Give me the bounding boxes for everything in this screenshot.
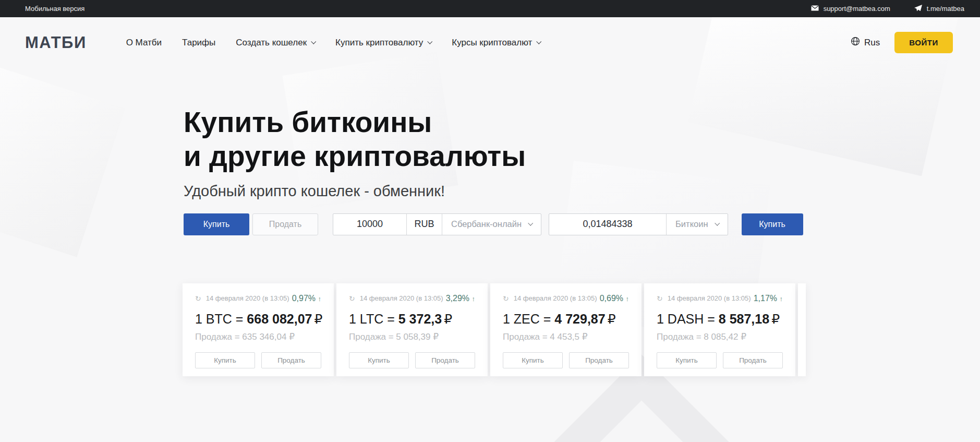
language-selector[interactable]: Rus [851, 37, 880, 49]
sell-rate: Продажа = 5 058,39 ₽ [349, 331, 475, 342]
card-sell-button[interactable]: Продать [415, 352, 475, 368]
rate-change: 0,69% ↑ [600, 294, 629, 303]
card-buy-button[interactable]: Купить [349, 352, 409, 368]
card-header: ↻ 14 февраля 2020 (в 13:05) 1,17% ↑ [657, 294, 783, 303]
exchange-form: Купить Продать RUB Сбербанк-онлайн Битко… [184, 213, 980, 235]
telegram-icon [914, 5, 922, 13]
rate-change: 1,17% ↑ [754, 294, 783, 303]
card-header: ↻ 14 февраля 2020 (в 13:05) 3,29% ↑ [349, 294, 475, 303]
card-sell-button[interactable]: Продать [261, 352, 321, 368]
nav-label: Тарифы [182, 38, 215, 48]
rate-card-btc: ↻ 14 февраля 2020 (в 13:05) 0,97% ↑ 1 BT… [183, 283, 334, 376]
topbar: Мобильная версия support@matbea.com t.me… [0, 0, 980, 17]
amount-segment [333, 214, 406, 235]
nav-label: Создать кошелек [236, 38, 307, 48]
submit-buy-button[interactable]: Купить [742, 213, 803, 235]
title-line-2: и другие криптовалюты [184, 140, 526, 172]
card-sell-button[interactable]: Продать [723, 352, 783, 368]
crypto-currency-value: Биткоин [675, 219, 708, 229]
buy-tab[interactable]: Купить [184, 213, 249, 235]
rate-date: 14 февраля 2020 (в 13:05) [668, 294, 751, 302]
refresh-icon[interactable]: ↻ [503, 295, 509, 302]
payment-method-value: Сбербанк-онлайн [451, 219, 522, 229]
sell-tab[interactable]: Продать [252, 213, 318, 235]
telegram-text: t.me/matbea [927, 5, 964, 13]
nav-label: О Матби [126, 38, 162, 48]
card-actions: Купить Продать [657, 352, 783, 368]
chevron-down-icon [428, 39, 433, 44]
globe-icon [851, 37, 860, 49]
telegram-link[interactable]: t.me/matbea [914, 5, 964, 13]
exchange-rate: 1 ZEC = 4 729,87₽ [503, 312, 629, 327]
rate-date: 14 февраля 2020 (в 13:05) [360, 294, 443, 302]
rate-card-partial [798, 283, 806, 376]
card-header: ↻ 14 февраля 2020 (в 13:05) 0,69% ↑ [503, 294, 629, 303]
header: МАТБИ О Матби Тарифы Создать кошелек Куп… [0, 17, 980, 53]
crypto-amount-input[interactable] [549, 218, 666, 230]
exchange-rate: 1 DASH = 8 587,18₽ [657, 312, 783, 327]
header-right: Rus ВОЙТИ [851, 32, 953, 53]
crypto-amount-segment [549, 214, 666, 235]
background-decoration [516, 401, 767, 442]
background-decoration [0, 66, 125, 257]
nav-item-buy-crypto[interactable]: Купить криптовалюту [335, 38, 431, 48]
page-subtitle: Удобный крипто кошелек - обменник! [184, 183, 980, 200]
rate-card-ltc: ↻ 14 февраля 2020 (в 13:05) 3,29% ↑ 1 LT… [336, 283, 488, 376]
title-line-1: Купить биткоины [184, 106, 432, 138]
chevron-down-icon [528, 221, 533, 226]
crypto-currency-select[interactable]: Биткоин [666, 214, 728, 235]
mobile-version-link[interactable]: Мобильная версия [25, 5, 84, 13]
card-actions: Купить Продать [349, 352, 475, 368]
rate-change: 3,29% ↑ [446, 294, 475, 303]
card-buy-button[interactable]: Купить [503, 352, 563, 368]
rate-change: 0,97% ↑ [292, 294, 321, 303]
chevron-down-icon [311, 39, 316, 44]
chevron-down-icon [715, 221, 720, 226]
payment-method-select[interactable]: Сбербанк-онлайн [442, 214, 541, 235]
nav-item-about[interactable]: О Матби [126, 38, 162, 48]
arrow-up-icon: ↑ [780, 295, 783, 303]
topbar-contacts: support@matbea.com t.me/matbea [811, 5, 964, 13]
fiat-currency-label: RUB [406, 214, 442, 235]
nav-label: Курсы криптовалют [452, 38, 532, 48]
arrow-up-icon: ↑ [626, 295, 630, 303]
email-text: support@matbea.com [824, 5, 890, 13]
refresh-icon[interactable]: ↻ [195, 295, 201, 302]
sell-rate: Продажа = 635 346,04 ₽ [195, 331, 321, 342]
chevron-down-icon [537, 39, 542, 44]
hero-section: Купить биткоины и другие криптовалюты Уд… [184, 105, 980, 200]
refresh-icon[interactable]: ↻ [349, 295, 355, 302]
exchange-rate: 1 BTC = 668 082,07₽ [195, 312, 321, 327]
exchange-rate: 1 LTC = 5 372,3₽ [349, 312, 475, 327]
email-link[interactable]: support@matbea.com [811, 5, 890, 13]
arrow-up-icon: ↑ [318, 295, 322, 303]
crypto-input-group: Биткоин [549, 213, 728, 235]
rate-cards: ↻ 14 февраля 2020 (в 13:05) 0,97% ↑ 1 BT… [183, 283, 980, 376]
card-actions: Купить Продать [503, 352, 629, 368]
rate-card-dash: ↻ 14 февраля 2020 (в 13:05) 1,17% ↑ 1 DA… [644, 283, 795, 376]
nav-item-create-wallet[interactable]: Создать кошелек [236, 38, 315, 48]
language-label: Rus [864, 38, 880, 48]
nav-item-tariffs[interactable]: Тарифы [182, 38, 215, 48]
nav-label: Купить криптовалюту [335, 38, 423, 48]
page-title: Купить биткоины и другие криптовалюты [184, 105, 980, 173]
sell-rate: Продажа = 8 085,42 ₽ [657, 331, 783, 342]
login-button[interactable]: ВОЙТИ [894, 32, 953, 53]
card-header: ↻ 14 февраля 2020 (в 13:05) 0,97% ↑ [195, 294, 321, 303]
envelope-icon [811, 5, 819, 13]
rate-card-zec: ↻ 14 февраля 2020 (в 13:05) 0,69% ↑ 1 ZE… [490, 283, 642, 376]
nav-item-rates[interactable]: Курсы криптовалют [452, 38, 540, 48]
rate-date: 14 февраля 2020 (в 13:05) [206, 294, 289, 302]
sell-rate: Продажа = 4 453,5 ₽ [503, 331, 629, 342]
refresh-icon[interactable]: ↻ [657, 295, 663, 302]
card-actions: Купить Продать [195, 352, 321, 368]
card-buy-button[interactable]: Купить [195, 352, 255, 368]
card-sell-button[interactable]: Продать [569, 352, 629, 368]
rate-date: 14 февраля 2020 (в 13:05) [514, 294, 597, 302]
main-nav: О Матби Тарифы Создать кошелек Купить кр… [126, 38, 541, 48]
arrow-up-icon: ↑ [472, 295, 476, 303]
card-buy-button[interactable]: Купить [657, 352, 717, 368]
fiat-input-group: RUB Сбербанк-онлайн [333, 213, 541, 235]
fiat-amount-input[interactable] [333, 218, 406, 230]
logo[interactable]: МАТБИ [25, 33, 87, 52]
